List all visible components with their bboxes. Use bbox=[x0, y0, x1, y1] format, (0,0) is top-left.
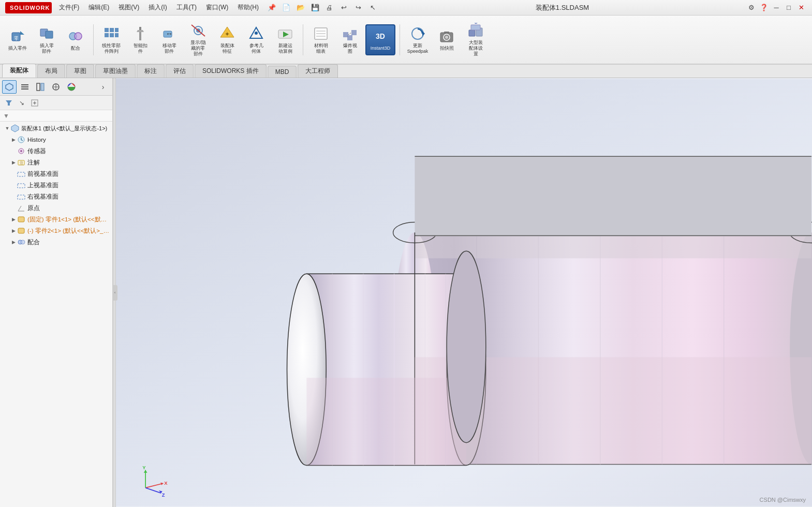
tree-item-top-plane[interactable]: ▶ 上视基准面 bbox=[0, 180, 112, 191]
panel-btn-prop[interactable] bbox=[33, 80, 48, 94]
svg-point-41 bbox=[445, 36, 448, 39]
tree-item-front-plane[interactable]: ▶ 前视基准面 bbox=[0, 168, 112, 180]
btn-smart-fastener-label: 智能扣件 bbox=[134, 43, 147, 54]
tree-root[interactable]: ▼ 装配体1 (默认<默认_显示状态-1>) bbox=[0, 123, 112, 134]
svg-rect-52 bbox=[41, 83, 44, 91]
viewport[interactable]: X Y Z CSDN @Cimswxy bbox=[116, 78, 812, 507]
btn-mate[interactable]: 配合 bbox=[62, 24, 89, 55]
tab-solidworks-plugins[interactable]: SOLIDWORKS 插件 bbox=[195, 64, 267, 78]
qa-select[interactable]: ↖ bbox=[367, 2, 379, 13]
tab-sketch[interactable]: 草图 bbox=[66, 64, 94, 78]
btn-show-hide-label: 显示/隐藏的零部件 bbox=[190, 40, 206, 56]
qa-settings[interactable]: ⚙ bbox=[746, 2, 757, 13]
qa-undo[interactable]: ↩ bbox=[338, 2, 350, 13]
menu-edit[interactable]: 编辑(E) bbox=[84, 2, 113, 13]
qa-print[interactable]: 🖨 bbox=[324, 2, 335, 13]
btn-smart-fastener[interactable]: 智能扣件 bbox=[127, 23, 154, 57]
sec-btn-filter[interactable] bbox=[3, 97, 14, 109]
feature-tree: ▼ 装配体1 (默认<默认_显示状态-1>) ▶ History ▶ bbox=[0, 122, 112, 507]
tab-sketch-ink[interactable]: 草图油墨 bbox=[95, 64, 136, 78]
tab-large-engineer[interactable]: 大工程师 bbox=[298, 64, 338, 78]
tree-item-part2[interactable]: ▶ (-) 零件2<1> (默认<<默认>_显示 bbox=[0, 225, 112, 236]
tree-item-part1[interactable]: ▶ (固定) 零件1<1> (默认<<默认>_显 bbox=[0, 214, 112, 225]
btn-linear[interactable]: 线性零部件阵列 bbox=[98, 23, 125, 57]
panel-btn-3d[interactable] bbox=[2, 80, 17, 94]
btn-linear-label: 线性零部件阵列 bbox=[102, 43, 121, 54]
tree-item-mates[interactable]: ▶ 配合 bbox=[0, 236, 112, 248]
tab-assembly[interactable]: 装配体 bbox=[2, 64, 36, 78]
panel-btn-expand[interactable]: › bbox=[96, 80, 110, 94]
svg-text:⚙: ⚙ bbox=[474, 23, 478, 25]
menu-help[interactable]: 帮助(H) bbox=[233, 2, 263, 13]
btn-snapshot[interactable]: 拍快照 bbox=[433, 24, 460, 55]
qa-new[interactable]: 📄 bbox=[280, 2, 292, 13]
tree-root-expand[interactable]: ▼ bbox=[4, 125, 10, 131]
btn-explode[interactable]: 爆炸视图 bbox=[336, 23, 363, 57]
svg-marker-3 bbox=[20, 31, 24, 35]
tab-evaluate[interactable]: 评估 bbox=[166, 64, 194, 78]
btn-insert-part[interactable]: 零 插入零件 bbox=[4, 24, 31, 55]
btn-insert-comp[interactable]: 插入零部件 bbox=[33, 23, 60, 57]
assembly-feat-icon: ✦ bbox=[219, 25, 235, 42]
menu-file[interactable]: 文件(F) bbox=[55, 2, 83, 13]
tree-item-sensors[interactable]: ▶ 传感器 bbox=[0, 145, 112, 157]
tree-item-right-plane[interactable]: ▶ 右视基准面 bbox=[0, 191, 112, 202]
btn-minimize[interactable]: ─ bbox=[771, 2, 782, 13]
sec-btn-hide[interactable]: ↘ bbox=[16, 97, 27, 109]
svg-rect-48 bbox=[21, 84, 28, 85]
svg-rect-12 bbox=[105, 33, 109, 37]
tree-item-origin[interactable]: ▶ 原点 bbox=[0, 202, 112, 214]
tree-history-expand[interactable]: ▶ bbox=[10, 137, 17, 143]
menu-insert[interactable]: 插入(I) bbox=[144, 2, 171, 13]
btn-ref-geom[interactable]: 参考几何体 bbox=[243, 23, 270, 57]
btn-update-speedpak[interactable]: 更新Speedpak bbox=[404, 23, 431, 57]
panel-btn-snap[interactable] bbox=[49, 80, 63, 94]
svg-rect-67 bbox=[18, 172, 25, 176]
btn-assembly-feat[interactable]: ✦ 装配体特征 bbox=[214, 23, 241, 57]
sec-btn-zoom[interactable] bbox=[29, 97, 40, 109]
svg-text:↔: ↔ bbox=[166, 29, 173, 38]
btn-new-motion[interactable]: 新建运动算例 bbox=[272, 23, 299, 57]
btn-close[interactable]: ✕ bbox=[795, 2, 807, 13]
btn-maximize[interactable]: □ bbox=[783, 2, 794, 13]
btn-update-speedpak-label: 更新Speedpak bbox=[407, 43, 429, 54]
tree-part2-expand[interactable]: ▶ bbox=[10, 228, 17, 234]
tab-layout[interactable]: 布局 bbox=[37, 64, 65, 78]
tree-history-label: History bbox=[27, 137, 46, 143]
linear-icon bbox=[103, 25, 120, 42]
svg-rect-73 bbox=[18, 228, 24, 233]
sep2 bbox=[303, 24, 303, 55]
btn-materials[interactable]: 材料明细表 bbox=[307, 23, 334, 57]
tree-mates-expand[interactable]: ▶ bbox=[10, 239, 17, 245]
qa-save[interactable]: 💾 bbox=[309, 2, 321, 13]
tree-item-annotations[interactable]: ▶ 注 注解 bbox=[0, 157, 112, 168]
panel-collapse-handle[interactable]: ‹ bbox=[112, 285, 117, 301]
tab-strip: 装配体 布局 草图 草图油墨 标注 评估 SOLIDWORKS 插件 MBD 大… bbox=[0, 65, 812, 78]
panel-btn-list[interactable] bbox=[18, 80, 32, 94]
qa-pin[interactable]: 📌 bbox=[266, 2, 277, 13]
svg-marker-47 bbox=[6, 83, 13, 91]
btn-snapshot-label: 拍快照 bbox=[440, 46, 454, 51]
tree-top-plane-label: 上视基准面 bbox=[27, 182, 58, 189]
btn-instant3d[interactable]: 3D Instant3D bbox=[365, 24, 395, 55]
tree-part1-expand[interactable]: ▶ bbox=[10, 216, 17, 222]
svg-marker-16 bbox=[137, 30, 144, 32]
menu-tools[interactable]: 工具(T) bbox=[172, 2, 201, 13]
btn-move-comp[interactable]: ↔ 移动零部件 bbox=[156, 23, 183, 57]
ribbon: 零 插入零件 插入零部件 配合 bbox=[0, 16, 812, 65]
sep1 bbox=[93, 24, 94, 55]
tree-annotations-expand[interactable]: ▶ bbox=[10, 159, 17, 166]
btn-large-assembly[interactable]: ⚙ 大型装配体设置 bbox=[462, 20, 489, 59]
btn-show-hide[interactable]: 显示/隐藏的零部件 bbox=[185, 20, 212, 59]
menu-view[interactable]: 视图(V) bbox=[114, 2, 143, 13]
tab-markup[interactable]: 标注 bbox=[137, 64, 165, 78]
panel-btn-color[interactable] bbox=[64, 80, 79, 94]
tree-item-history[interactable]: ▶ History bbox=[0, 134, 112, 145]
menu-window[interactable]: 窗口(W) bbox=[202, 2, 232, 13]
tab-mbd[interactable]: MBD bbox=[268, 66, 297, 78]
instant3d-icon: 3D bbox=[372, 28, 389, 44]
update-speedpak-icon bbox=[409, 25, 426, 42]
qa-open[interactable]: 📂 bbox=[295, 2, 306, 13]
qa-redo[interactable]: ↪ bbox=[353, 2, 364, 13]
qa-help2[interactable]: ❓ bbox=[758, 2, 770, 13]
